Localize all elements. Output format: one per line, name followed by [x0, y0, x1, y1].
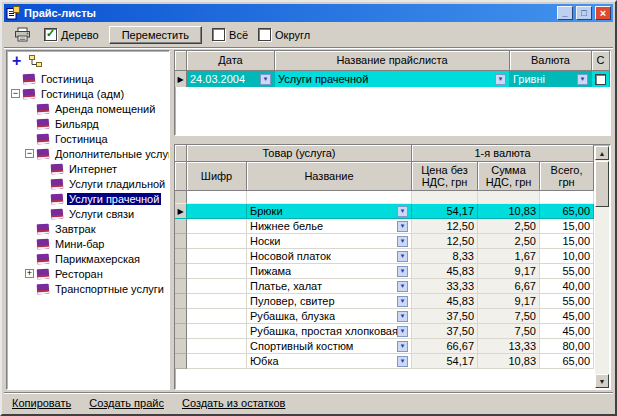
- tree-item[interactable]: Интернет: [7, 161, 169, 176]
- price-cell[interactable]: 54,17: [412, 354, 478, 369]
- date-dropdown-icon[interactable]: ▼: [260, 74, 271, 85]
- tree-item[interactable]: Гостиница: [7, 71, 169, 86]
- dropdown-icon[interactable]: ▼: [397, 281, 408, 292]
- code-cell[interactable]: [187, 309, 247, 324]
- tree-item[interactable]: −Гостиница (адм): [7, 86, 169, 101]
- tree-view-icon[interactable]: [29, 55, 43, 67]
- vat-cell[interactable]: 7,50: [478, 324, 540, 339]
- name-cell[interactable]: Пижама▼: [247, 264, 412, 279]
- price-cell[interactable]: 37,50: [412, 309, 478, 324]
- scroll-track[interactable]: [595, 207, 609, 374]
- all-checkbox[interactable]: [212, 28, 225, 41]
- dropdown-icon[interactable]: ▼: [397, 251, 408, 262]
- vat-cell[interactable]: 9,17: [478, 294, 540, 309]
- price-cell[interactable]: 33,33: [412, 279, 478, 294]
- name-cell[interactable]: Носки▼: [247, 234, 412, 249]
- column-header-code[interactable]: Шифр: [187, 162, 247, 191]
- collapse-icon[interactable]: −: [11, 89, 20, 98]
- flag-cell[interactable]: [592, 71, 610, 87]
- column-header-name[interactable]: Название: [247, 162, 412, 191]
- total-cell[interactable]: 80,00: [540, 339, 594, 354]
- add-icon[interactable]: +: [12, 55, 21, 67]
- column-header-price[interactable]: Цена без НДС, грн: [412, 162, 478, 191]
- header-pricelist-name[interactable]: Название прайслиста: [275, 51, 510, 71]
- price-cell[interactable]: 66,67: [412, 339, 478, 354]
- column-header-vat[interactable]: Сумма НДС, грн: [478, 162, 540, 191]
- print-button[interactable]: [10, 25, 34, 45]
- tree-item[interactable]: Услуги связи: [7, 206, 169, 221]
- flag-checkbox[interactable]: [595, 74, 606, 85]
- vat-cell[interactable]: 7,50: [478, 309, 540, 324]
- round-checkbox[interactable]: [258, 28, 271, 41]
- price-cell[interactable]: 8,33: [412, 249, 478, 264]
- group-header-currency[interactable]: 1-я валюта: [412, 145, 594, 162]
- code-cell[interactable]: [187, 339, 247, 354]
- tree-item[interactable]: Мини-бар: [7, 236, 169, 251]
- price-cell[interactable]: 54,17: [412, 204, 478, 219]
- dropdown-icon[interactable]: ▼: [397, 356, 408, 367]
- total-cell[interactable]: 15,00: [540, 234, 594, 249]
- code-cell[interactable]: [187, 249, 247, 264]
- code-cell[interactable]: [187, 294, 247, 309]
- header-currency[interactable]: Валюта: [510, 51, 592, 71]
- code-cell[interactable]: [187, 354, 247, 369]
- currency-cell[interactable]: Гривні ▼: [510, 71, 592, 87]
- move-button[interactable]: Переместить: [109, 26, 202, 44]
- dropdown-icon[interactable]: ▼: [397, 236, 408, 247]
- all-checkbox-group[interactable]: Всё: [212, 28, 248, 41]
- tree-item[interactable]: Парикмахерская: [7, 251, 169, 266]
- scroll-down-icon[interactable]: ▼: [595, 374, 609, 388]
- total-cell[interactable]: 65,00: [540, 354, 594, 369]
- total-cell[interactable]: 55,00: [540, 264, 594, 279]
- name-cell[interactable]: Рубашка, блузка▼: [247, 309, 412, 324]
- name-cell[interactable]: Рубашка, простая хлопковая▼: [247, 324, 412, 339]
- scroll-up-icon[interactable]: ▲: [595, 146, 609, 160]
- vat-cell[interactable]: 2,50: [478, 219, 540, 234]
- total-cell[interactable]: 15,00: [540, 219, 594, 234]
- dropdown-icon[interactable]: ▼: [397, 326, 408, 337]
- vat-cell[interactable]: 2,50: [478, 234, 540, 249]
- total-cell[interactable]: 40,00: [540, 279, 594, 294]
- vat-cell[interactable]: 10,83: [478, 354, 540, 369]
- total-cell[interactable]: 55,00: [540, 294, 594, 309]
- vat-cell[interactable]: 6,67: [478, 279, 540, 294]
- currency-dropdown-icon[interactable]: ▼: [577, 74, 588, 85]
- total-cell[interactable]: 10,00: [540, 249, 594, 264]
- total-cell[interactable]: 45,00: [540, 309, 594, 324]
- status-link-3[interactable]: Создать из остатков: [182, 397, 285, 409]
- group-header-product[interactable]: Товар (услуга): [187, 145, 412, 162]
- header-flag[interactable]: С: [592, 51, 610, 71]
- dropdown-icon[interactable]: ▼: [397, 341, 408, 352]
- total-cell[interactable]: 45,00: [540, 324, 594, 339]
- close-button[interactable]: ×: [595, 6, 611, 20]
- status-link-2[interactable]: Создать прайс: [89, 397, 164, 409]
- maximize-button[interactable]: □: [576, 6, 592, 20]
- code-cell[interactable]: [187, 234, 247, 249]
- name-cell[interactable]: Юбка▼: [247, 354, 412, 369]
- expand-icon[interactable]: +: [25, 269, 34, 278]
- code-cell[interactable]: [187, 204, 247, 219]
- name-dropdown-icon[interactable]: ▼: [495, 74, 506, 85]
- name-cell[interactable]: Брюки▼: [247, 204, 412, 219]
- price-cell[interactable]: 45,83: [412, 294, 478, 309]
- round-checkbox-group[interactable]: Округл: [258, 28, 310, 41]
- code-cell[interactable]: [187, 279, 247, 294]
- tree-item[interactable]: Завтрак: [7, 221, 169, 236]
- pricelist-name-cell[interactable]: Услуги прачечной ▼: [275, 71, 510, 87]
- name-cell[interactable]: Платье, халат▼: [247, 279, 412, 294]
- vat-cell[interactable]: 10,83: [478, 204, 540, 219]
- code-cell[interactable]: [187, 324, 247, 339]
- price-cell[interactable]: 45,83: [412, 264, 478, 279]
- vat-cell[interactable]: 13,33: [478, 339, 540, 354]
- code-cell[interactable]: [187, 219, 247, 234]
- collapse-icon[interactable]: −: [25, 149, 34, 158]
- vertical-scrollbar[interactable]: ▲ ▼: [594, 146, 609, 388]
- tree-item[interactable]: +Ресторан: [7, 266, 169, 281]
- vat-cell[interactable]: 1,67: [478, 249, 540, 264]
- dropdown-icon[interactable]: ▼: [397, 296, 408, 307]
- tree-checkbox[interactable]: [44, 28, 57, 41]
- code-cell[interactable]: [187, 264, 247, 279]
- date-cell[interactable]: 24.03.2004 ▼: [187, 71, 275, 87]
- column-header-total[interactable]: Всего, грн: [540, 162, 594, 191]
- tree-item[interactable]: Транспортные услуги: [7, 281, 169, 296]
